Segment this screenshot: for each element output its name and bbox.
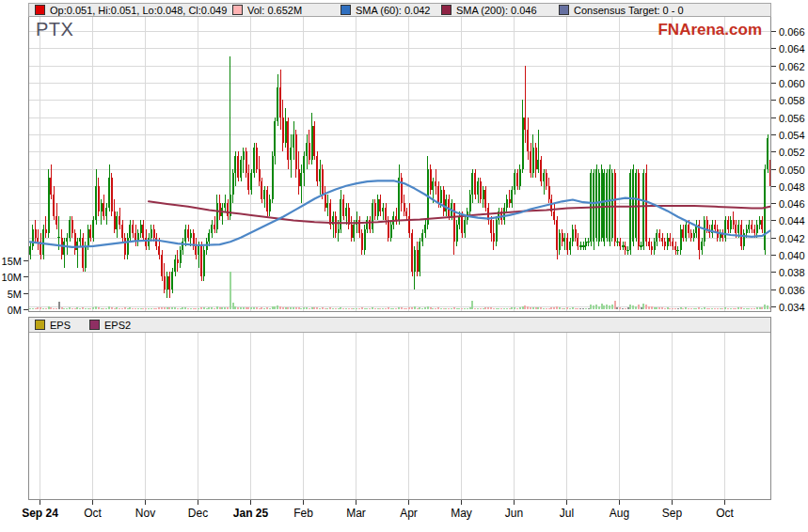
price-axis-label: 0.066 (779, 26, 805, 38)
price-axis-label: 0.064 (779, 43, 805, 55)
volume-axis-label: 0M (8, 305, 22, 316)
volume-axis-label: 10M (2, 272, 22, 283)
sma60-swatch-icon (341, 5, 351, 15)
candles (29, 56, 771, 297)
legend-label: SMA (200): 0.046 (456, 5, 537, 16)
legend-label: SMA (60): 0.042 (356, 5, 431, 16)
ticker-title: PTX (36, 19, 73, 40)
legend-item-volume: Vol: 0.652M (232, 4, 302, 16)
month-axis-label: May (451, 507, 472, 520)
eps-legend-bar: EPS EPS2 (29, 318, 770, 333)
eps-swatch-icon (35, 320, 45, 330)
price-axis-label: 0.062 (779, 61, 805, 72)
price-axis-label: 0.034 (779, 302, 805, 313)
legend-item-ohlc: Op:0.051, Hi:0.051, Lo:0.048, Cl:0.049 (35, 4, 227, 16)
price-axis-label: 0.044 (779, 215, 805, 227)
month-axis-label: Apr (400, 507, 418, 520)
month-axis-label: Jun (505, 507, 523, 520)
month-axis-label: Oct (716, 507, 734, 520)
price-volume-chart: 0.0660.0640.0620.0600.0580.0560.0540.052… (0, 0, 808, 532)
price-axis-label: 0.050 (779, 164, 805, 176)
legend-item-consensus-target: Consensus Target: 0 - 0 (559, 4, 684, 16)
month-axis-label: Nov (135, 507, 155, 520)
price-axis-label: 0.046 (779, 198, 805, 210)
price-panel-border (29, 17, 771, 312)
price-axis-label: 0.036 (779, 285, 805, 296)
legend-item-eps2: EPS2 (89, 318, 131, 332)
price-axis-label: 0.056 (779, 113, 805, 124)
price-legend-bar: Op:0.051, Hi:0.051, Lo:0.048, Cl:0.049 V… (28, 3, 771, 17)
month-axis-label: Sep (662, 507, 683, 520)
price-axis-label: 0.058 (779, 95, 805, 106)
volume-axis-label: 15M (2, 256, 22, 267)
eps-panel-border (29, 318, 771, 500)
legend-item-sma60: SMA (60): 0.042 (341, 4, 431, 16)
price-axis-label: 0.040 (779, 250, 805, 261)
volume-axis-label: 5M (8, 289, 22, 300)
ohlc-swatch-icon (35, 5, 45, 15)
price-axis-label: 0.054 (779, 130, 805, 141)
volume-swatch-icon (232, 5, 243, 15)
gridlines (28, 17, 771, 499)
consensus-target-swatch-icon (559, 5, 569, 15)
price-axis-label: 0.052 (779, 147, 805, 158)
legend-item-eps: EPS (35, 318, 71, 332)
legend-label: Vol: 0.652M (247, 5, 302, 16)
month-axis-label: Dec (188, 507, 208, 520)
month-axis-label: Mar (346, 507, 366, 520)
legend-item-sma200: SMA (200): 0.046 (441, 4, 537, 16)
sma200-swatch-icon (441, 5, 452, 15)
legend-label: EPS (50, 320, 71, 331)
price-axis-label: 0.042 (779, 233, 805, 244)
month-axis-label: Oct (84, 507, 102, 520)
month-axis-label: Aug (610, 507, 629, 520)
month-axis-label: Jan 25 (233, 507, 269, 520)
month-axis-label: Feb (293, 507, 313, 520)
site-watermark: FNArena.com (657, 21, 762, 39)
legend-label: EPS2 (104, 320, 131, 331)
price-axis-label: 0.060 (779, 78, 805, 89)
price-axis-label: 0.048 (779, 181, 805, 193)
month-axis-label: Jul (560, 507, 574, 520)
axes: 0.0660.0640.0620.0600.0580.0560.0540.052… (2, 17, 805, 521)
price-axis-label: 0.038 (779, 267, 805, 278)
legend-label: Consensus Target: 0 - 0 (574, 5, 684, 16)
eps2-swatch-icon (89, 320, 100, 330)
month-axis-label: Sep 24 (22, 507, 58, 520)
legend-label: Op:0.051, Hi:0.051, Lo:0.048, Cl:0.049 (50, 5, 227, 16)
stock-chart-page: 0.0660.0640.0620.0600.0580.0560.0540.052… (0, 0, 808, 532)
